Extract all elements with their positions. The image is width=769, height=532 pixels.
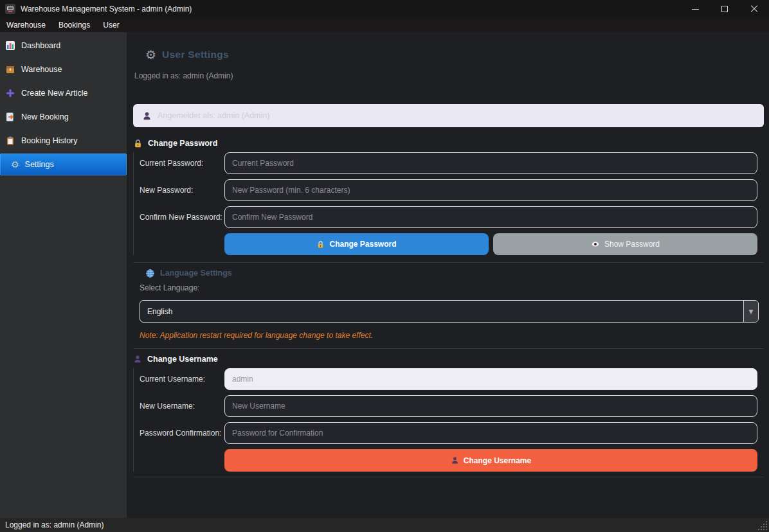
language-dropdown-value: English: [140, 301, 743, 322]
current-password-row: Current Password:: [140, 152, 757, 174]
user-icon: [451, 456, 459, 465]
menu-bookings[interactable]: Bookings: [52, 18, 96, 32]
password-confirmation-row: Password Confirmation:: [140, 422, 757, 444]
chevron-down-icon: ▼: [749, 308, 754, 315]
app-logo-icon: [5, 4, 15, 14]
select-language-label: Select Language:: [133, 283, 764, 292]
page-title-text: User Settings: [162, 49, 229, 60]
menubar: Warehouse Bookings User: [0, 18, 769, 32]
sidebar-item-dashboard[interactable]: Dashboard: [0, 33, 127, 57]
sidebar-item-settings[interactable]: ⚙ Settings: [0, 154, 127, 175]
language-section-title: Language Settings: [160, 269, 232, 278]
menu-user[interactable]: User: [96, 18, 125, 32]
gear-icon: ⚙: [145, 49, 156, 61]
password-buttons-row: Change Password Show Password: [140, 233, 757, 255]
sidebar-item-warehouse[interactable]: Warehouse: [0, 57, 127, 81]
current-password-input[interactable]: [224, 152, 757, 174]
confirm-password-input[interactable]: [224, 206, 757, 228]
menu-warehouse[interactable]: Warehouse: [0, 18, 52, 32]
new-username-label: New Username:: [140, 402, 224, 411]
language-restart-note: Note: Application restart required for l…: [133, 331, 764, 340]
sidebar-item-create-new-article[interactable]: Create New Article: [0, 81, 127, 105]
show-password-button-label: Show Password: [604, 240, 660, 249]
minimize-icon: [692, 9, 699, 10]
password-section-title: Change Password: [148, 139, 217, 148]
new-username-row: New Username:: [140, 395, 757, 417]
user-icon: [142, 111, 152, 121]
change-username-button[interactable]: Change Username: [224, 449, 757, 472]
minimize-button[interactable]: [680, 0, 710, 18]
sidebar-item-label: New Booking: [21, 112, 69, 121]
username-form: Current Username: New Username: Password…: [133, 368, 757, 472]
session-banner-text: Angemeldet als: admin (Admin): [158, 111, 269, 120]
change-password-button-label: Change Password: [329, 240, 396, 249]
current-username-row: Current Username:: [140, 368, 757, 390]
section-divider: [133, 348, 764, 349]
sidebar-item-label: Settings: [25, 160, 54, 169]
password-confirmation-input[interactable]: [224, 422, 757, 444]
logged-in-label: Logged in as: admin (Admin): [133, 71, 764, 80]
username-button-row: Change Username: [140, 449, 757, 472]
sidebar-item-booking-history[interactable]: Booking History: [0, 129, 127, 152]
confirm-password-row: Confirm New Password:: [140, 206, 757, 228]
change-password-button[interactable]: Change Password: [224, 233, 489, 255]
sidebar-item-label: Dashboard: [21, 41, 60, 50]
new-password-row: New Password:: [140, 179, 757, 201]
eye-icon: [591, 240, 600, 249]
password-confirmation-label: Password Confirmation:: [140, 429, 224, 438]
sidebar-item-new-booking[interactable]: New Booking: [0, 105, 127, 129]
password-form: Current Password: New Password: Confirm …: [133, 152, 757, 255]
booking-icon: [5, 112, 15, 122]
section-divider: [133, 262, 764, 263]
show-password-button[interactable]: Show Password: [493, 233, 757, 255]
dropdown-arrow-button[interactable]: ▼: [743, 301, 758, 322]
new-username-input[interactable]: [224, 395, 757, 417]
resize-grip[interactable]: [759, 522, 767, 530]
window-controls: [680, 0, 769, 18]
app-window: Warehouse Management System - admin (Adm…: [0, 0, 769, 532]
sidebar-item-label: Warehouse: [21, 65, 62, 74]
password-section-header: Change Password: [133, 137, 764, 150]
username-section-header: Change Username: [133, 353, 764, 366]
bar-chart-icon: [5, 40, 15, 51]
maximize-icon: [721, 6, 728, 12]
new-password-input[interactable]: [224, 179, 757, 201]
section-divider: [133, 477, 764, 477]
clipboard-icon: [5, 136, 15, 146]
sidebar-item-label: Booking History: [21, 136, 78, 145]
package-icon: [5, 64, 15, 75]
language-dropdown[interactable]: English ▼: [140, 300, 759, 323]
lock-icon: [316, 240, 325, 249]
plus-icon: [5, 88, 15, 98]
change-username-button-label: Change Username: [464, 456, 531, 465]
titlebar: Warehouse Management System - admin (Adm…: [0, 0, 769, 18]
session-banner: Angemeldet als: admin (Admin): [133, 104, 764, 127]
statusbar: Logged in as: admin (Admin): [0, 518, 769, 532]
confirm-password-label: Confirm New Password:: [140, 213, 224, 222]
sidebar-item-label: Create New Article: [21, 89, 88, 98]
current-password-label: Current Password:: [140, 159, 224, 168]
lock-icon: [133, 139, 143, 148]
close-icon: [750, 5, 758, 13]
current-username-input[interactable]: [224, 368, 757, 390]
username-section-title: Change Username: [147, 355, 218, 364]
gear-icon: ⚙: [11, 159, 19, 170]
page-title: ⚙ User Settings: [133, 48, 764, 62]
settings-page: ⚙ User Settings Logged in as: admin (Adm…: [127, 32, 769, 518]
maximize-button[interactable]: [710, 0, 739, 18]
statusbar-logged-in-text: Logged in as: admin (Admin): [5, 520, 104, 529]
language-section-header: Language Settings: [133, 267, 764, 279]
close-button[interactable]: [739, 0, 769, 18]
window-title: Warehouse Management System - admin (Adm…: [21, 4, 192, 13]
globe-icon: [145, 269, 155, 278]
new-password-label: New Password:: [140, 186, 224, 195]
current-username-label: Current Username:: [140, 375, 224, 384]
user-icon: [133, 355, 142, 364]
sidebar: Dashboard Warehouse Create New Article: [0, 32, 127, 518]
